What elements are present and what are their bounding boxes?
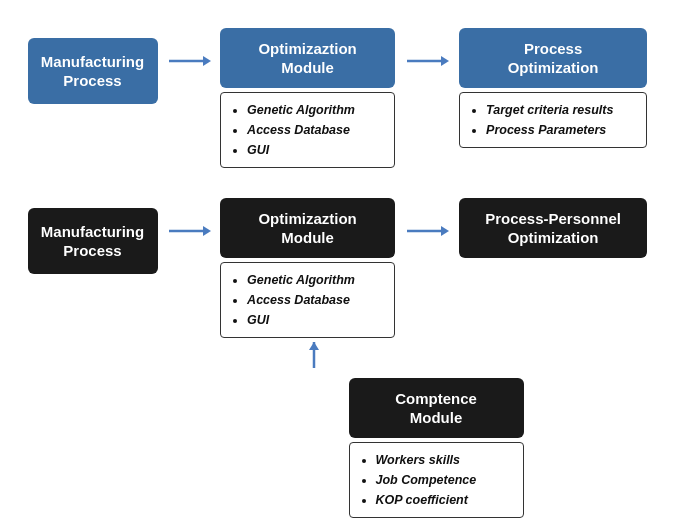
compet-list-item-1: Workers skills (376, 450, 511, 470)
col-manuf-1: Manufacturing Process (20, 28, 165, 104)
result-list-1: Target criteria results Process Paramete… (459, 92, 647, 148)
optim-list-item-1-1: Genetic Algorithm (247, 100, 382, 120)
manuf-box-1: Manufacturing Process (28, 38, 158, 104)
svg-marker-7 (441, 226, 449, 236)
compet-label: Comptence Module (395, 389, 477, 428)
arrow-h-3 (165, 198, 212, 242)
col-result-1: Process Optimization Target criteria res… (450, 28, 656, 148)
arrow-h-4 (403, 198, 450, 242)
result-list-item-1-1: Target criteria results (486, 100, 634, 120)
row-1: Manufacturing Process Optimizaztion Modu… (20, 28, 656, 168)
result-box-1: Process Optimization (459, 28, 647, 88)
svg-marker-5 (203, 226, 211, 236)
col-optim-2: Optimizaztion Module Genetic Algorithm A… (212, 198, 403, 338)
arrow-v (303, 340, 325, 378)
compet-list-item-3: KOP coefficient (376, 490, 511, 510)
col-optim-1: Optimizaztion Module Genetic Algorithm A… (212, 28, 403, 168)
compet-list: Workers skills Job Competence KOP coeffi… (349, 442, 524, 518)
optim-list-item-2-2: Access Database (247, 290, 382, 310)
optim-list-item-2-3: GUI (247, 310, 382, 330)
compet-box: Comptence Module (349, 378, 524, 438)
result-label-2: Process-Personnel Optimization (485, 209, 621, 248)
optim-list-item-1-3: GUI (247, 140, 382, 160)
compet-list-item-2: Job Competence (376, 470, 511, 490)
svg-marker-3 (441, 56, 449, 66)
result-box-2: Process-Personnel Optimization (459, 198, 647, 258)
optim-list-item-2-1: Genetic Algorithm (247, 270, 382, 290)
result-label-1: Process Optimization (508, 39, 599, 78)
row-2: Manufacturing Process Optimizaztion Modu… (20, 198, 656, 338)
optim-list-1: Genetic Algorithm Access Database GUI (220, 92, 395, 168)
diagram: Manufacturing Process Optimizaztion Modu… (0, 0, 676, 531)
svg-marker-9 (309, 342, 319, 350)
optim-label-1: Optimizaztion Module (258, 39, 356, 78)
arrow-h-1 (165, 28, 212, 72)
optim-box-2: Optimizaztion Module (220, 198, 395, 258)
optim-list-2: Genetic Algorithm Access Database GUI (220, 262, 395, 338)
col-result-2: Process-Personnel Optimization (450, 198, 656, 258)
result-list-item-1-2: Process Parameters (486, 120, 634, 140)
optim-label-2: Optimizaztion Module (258, 209, 356, 248)
svg-marker-1 (203, 56, 211, 66)
arrow-v-container (216, 340, 411, 378)
row-3: Comptence Module Workers skills Job Comp… (216, 378, 656, 518)
manuf-box-2: Manufacturing Process (28, 208, 158, 274)
col-manuf-2: Manufacturing Process (20, 198, 165, 274)
manuf-label-2: Manufacturing Process (41, 222, 144, 261)
optim-list-item-1-2: Access Database (247, 120, 382, 140)
arrow-h-2 (403, 28, 450, 72)
manuf-label-1: Manufacturing Process (41, 52, 144, 91)
optim-box-1: Optimizaztion Module (220, 28, 395, 88)
